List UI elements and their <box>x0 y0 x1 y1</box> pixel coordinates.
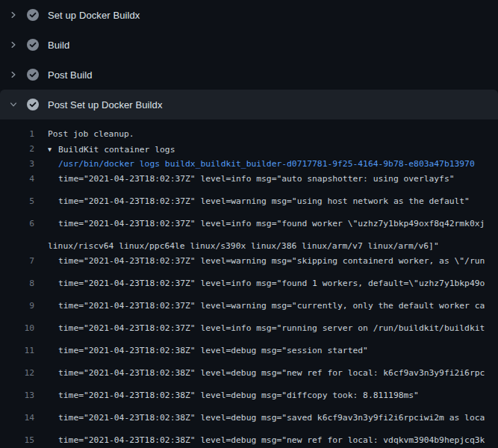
line-text[interactable]: ▼BuildKit container logs <box>48 142 498 158</box>
line-text: time="2021-04-23T18:02:38Z" level=debug … <box>58 388 498 403</box>
line-number[interactable]: 4 <box>0 172 34 187</box>
line-text: time="2021-04-23T18:02:38Z" level=debug … <box>58 433 498 448</box>
line-number[interactable]: 1 <box>0 127 34 142</box>
chevron-right-icon <box>9 70 18 79</box>
check-circle-icon <box>27 69 39 81</box>
chevron-down-icon <box>9 100 18 109</box>
log-line: 12 time="2021-04-23T18:02:38Z" level=deb… <box>0 366 498 388</box>
line-text: time="2021-04-23T18:02:37Z" level=info m… <box>58 217 498 231</box>
chevron-right-icon <box>9 40 18 49</box>
chevron-icon <box>9 40 25 49</box>
log-line: 4 time="2021-04-23T18:02:37Z" level=info… <box>0 172 498 194</box>
chevron-icon <box>9 100 25 109</box>
line-number[interactable]: 6 <box>0 217 34 231</box>
log-line: 6 time="2021-04-23T18:02:37Z" level=info… <box>0 217 498 239</box>
line-number[interactable]: 5 <box>0 194 34 209</box>
log-line: 2 ▼BuildKit container logs <box>0 142 498 157</box>
steps-list: Set up Docker Buildx Build <box>0 0 498 119</box>
line-text: time="2021-04-23T18:02:38Z" level=debug … <box>58 411 498 426</box>
step-header[interactable]: Set up Docker Buildx <box>0 0 498 30</box>
line-number[interactable]: 14 <box>0 411 34 426</box>
log-line: 9 time="2021-04-23T18:02:37Z" level=warn… <box>0 299 498 321</box>
line-number[interactable]: 10 <box>0 321 34 336</box>
line-text: time="2021-04-23T18:02:37Z" level=info m… <box>58 321 498 336</box>
check-circle-icon <box>27 99 39 111</box>
step-label: Post Build <box>48 69 93 81</box>
log-line: 5 time="2021-04-23T18:02:37Z" level=warn… <box>0 194 498 217</box>
line-number[interactable]: 13 <box>0 388 34 403</box>
log-line: 13 time="2021-04-23T18:02:38Z" level=deb… <box>0 388 498 411</box>
actions-log-viewer: Set up Docker Buildx Build <box>0 0 498 448</box>
line-number[interactable]: 2 <box>0 142 34 157</box>
chevron-right-icon <box>9 10 18 19</box>
line-text: Post job cleanup. <box>48 127 498 142</box>
step-header[interactable]: Post Build <box>0 60 498 90</box>
step-label: Build <box>48 40 69 51</box>
log-line: 11 time="2021-04-23T18:02:38Z" level=deb… <box>0 343 498 366</box>
log-line: 3 /usr/bin/docker logs buildx_buildkit_b… <box>0 157 498 172</box>
line-number[interactable]: 15 <box>0 433 34 448</box>
line-text: time="2021-04-23T18:02:37Z" level=info m… <box>58 172 498 187</box>
line-text: time="2021-04-23T18:02:37Z" level=warnin… <box>58 299 498 314</box>
log-line: linux/riscv64 linux/ppc64le linux/s390x … <box>0 239 498 254</box>
log-line: 1 Post job cleanup. <box>0 127 498 142</box>
line-text: time="2021-04-23T18:02:38Z" level=debug … <box>58 366 498 381</box>
log-line: 8 time="2021-04-23T18:02:37Z" level=info… <box>0 276 498 299</box>
check-circle-icon <box>27 9 39 21</box>
line-text: time="2021-04-23T18:02:37Z" level=warnin… <box>58 254 498 269</box>
line-number[interactable]: 3 <box>0 157 34 172</box>
step-header[interactable]: Post Set up Docker Buildx <box>0 90 498 119</box>
line-number[interactable]: 9 <box>0 299 34 314</box>
group-collapse-icon[interactable]: ▼ <box>48 142 58 157</box>
check-circle-icon <box>27 39 39 51</box>
step-label: Post Set up Docker Buildx <box>48 99 163 111</box>
line-number[interactable]: 11 <box>0 343 34 358</box>
line-number[interactable]: 7 <box>0 254 34 269</box>
line-text: time="2021-04-23T18:02:38Z" level=debug … <box>58 343 498 358</box>
log-line: 15 time="2021-04-23T18:02:38Z" level=deb… <box>0 433 498 448</box>
step-header[interactable]: Build <box>0 30 498 60</box>
line-text: time="2021-04-23T18:02:37Z" level=info m… <box>58 276 498 291</box>
line-text: linux/riscv64 linux/ppc64le linux/s390x … <box>48 239 498 254</box>
chevron-icon <box>9 10 25 19</box>
line-number[interactable]: 8 <box>0 276 34 291</box>
log-area: 1 Post job cleanup. 2 ▼BuildKit containe… <box>0 119 498 448</box>
step-label: Set up Docker Buildx <box>48 10 140 21</box>
line-number[interactable]: 12 <box>0 366 34 381</box>
line-text: time="2021-04-23T18:02:37Z" level=warnin… <box>58 194 498 209</box>
line-text: /usr/bin/docker logs buildx_buildkit_bui… <box>58 157 498 172</box>
chevron-icon <box>9 70 25 79</box>
log-line: 14 time="2021-04-23T18:02:38Z" level=deb… <box>0 411 498 433</box>
log-line: 10 time="2021-04-23T18:02:37Z" level=inf… <box>0 321 498 343</box>
log-line: 7 time="2021-04-23T18:02:37Z" level=warn… <box>0 254 498 276</box>
